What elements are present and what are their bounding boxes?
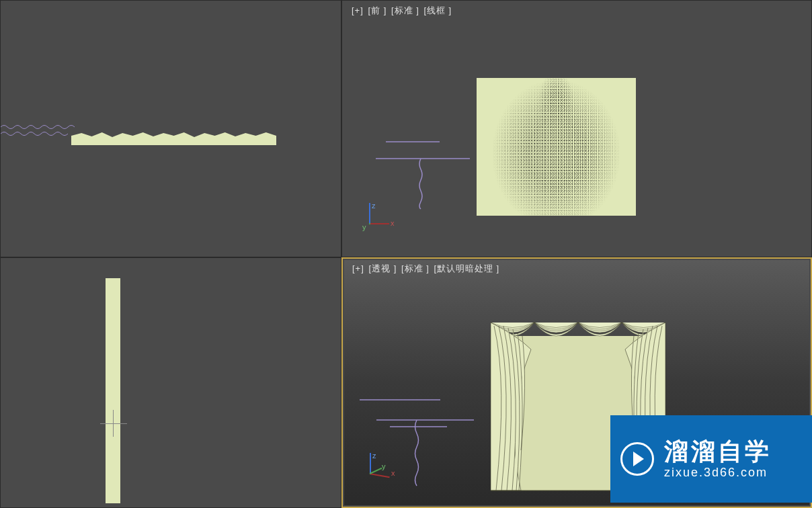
crosshair-v [113, 410, 114, 437]
axis-gizmo-perspective: z x y [363, 453, 403, 493]
axis-label-y: y [382, 462, 386, 470]
axis-label-x: x [391, 219, 395, 227]
viewport-front[interactable]: [+] [前 ] [标准 ] [线框 ] z x y [341, 0, 812, 257]
crosshair-h [100, 423, 127, 424]
viewport-left[interactable] [0, 257, 341, 508]
axis-gizmo-front: z x y [362, 203, 403, 243]
axis-label-y: y [362, 223, 366, 231]
axis-label-z: z [372, 202, 376, 210]
viewport-label-front[interactable]: [+] [前 ] [标准 ] [线框 ] [352, 5, 453, 17]
curtain-geometry-top [71, 132, 276, 145]
viewport-shading-mode[interactable]: [默认明暗处理 ] [434, 263, 499, 273]
axis-label-z: z [372, 452, 376, 460]
helper-wave-1 [1, 126, 75, 129]
viewport-shading-mode[interactable]: [线框 ] [423, 5, 452, 15]
viewport-view-name[interactable]: [透视 ] [368, 263, 397, 273]
viewport-menu-toggle[interactable]: [+] [352, 263, 364, 273]
curtain-geometry-front [477, 78, 636, 216]
viewport-view-name[interactable]: [前 ] [368, 5, 387, 15]
viewport-render-mode[interactable]: [标准 ] [401, 263, 430, 273]
viewport-render-mode[interactable]: [标准 ] [391, 5, 419, 15]
curtain-geometry-side [106, 278, 120, 503]
helper-splines-front [372, 138, 480, 212]
helper-wave-2 [1, 132, 68, 136]
axis-label-x: x [391, 469, 395, 477]
watermark-title: 溜溜自学 [664, 438, 772, 465]
play-circle-icon [620, 442, 654, 476]
viewport-label-perspective[interactable]: [+] [透视 ] [标准 ] [默认明暗处理 ] [352, 263, 501, 275]
viewport-top-left[interactable] [0, 0, 341, 257]
watermark-url: zixue.3d66.com [664, 466, 772, 480]
wireframe-dots [477, 78, 636, 216]
viewport-menu-toggle[interactable]: [+] [352, 5, 364, 15]
watermark-banner: 溜溜自学 zixue.3d66.com [610, 415, 812, 503]
